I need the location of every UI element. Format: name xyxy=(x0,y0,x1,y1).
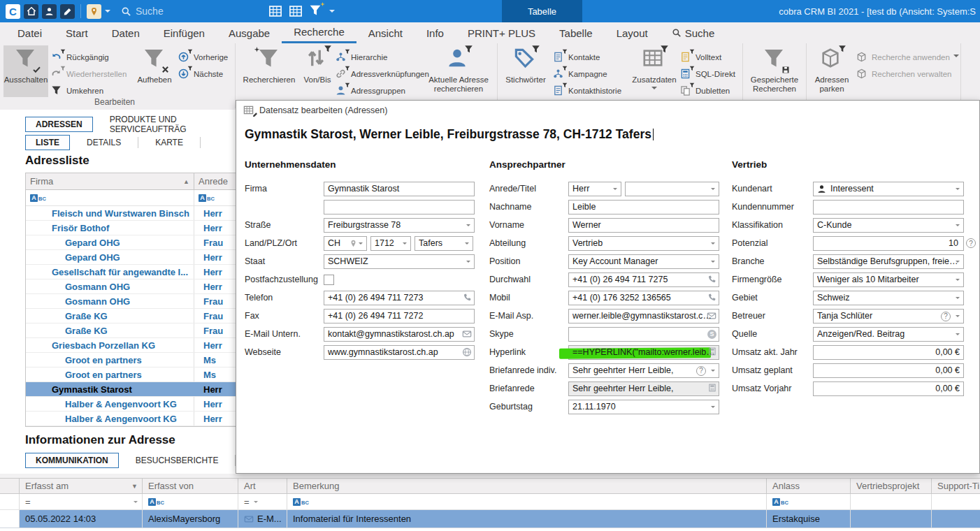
aufheben-button[interactable]: Aufheben xyxy=(134,45,175,85)
email-asp-input[interactable]: werner.leible@gymnastikstarost.ch.ap xyxy=(568,309,719,323)
list-item-selected[interactable]: Gymnastik StarostHerr xyxy=(26,382,236,397)
filter-new-icon[interactable] xyxy=(309,4,323,18)
vonbis-button[interactable]: Von/Bis xyxy=(302,45,333,85)
list-item[interactable]: Graße KGFrau xyxy=(26,323,236,338)
umsatz-geplant-input[interactable]: 0,00 € xyxy=(813,363,964,378)
column-header-art[interactable]: Art xyxy=(238,479,287,493)
adressverknuepfungen-button[interactable]: Adressverknüpfungen xyxy=(336,66,421,82)
land-combo[interactable]: CH xyxy=(324,236,367,251)
stichwoerter-button[interactable]: Stichwörter xyxy=(501,45,550,85)
table-import-icon[interactable] xyxy=(268,4,282,18)
zusatzdaten-button[interactable]: Zusatzdaten xyxy=(631,45,677,92)
kommunikation-row-selected[interactable]: 05.05.2022 14:03 AlexisMayersborg E-M...… xyxy=(0,510,980,528)
skype-input[interactable]: S xyxy=(568,327,719,342)
qat-dropdown-caret[interactable] xyxy=(329,10,335,15)
firma-input[interactable]: Gymnastik Starost xyxy=(324,182,475,196)
email-unternehmen-input[interactable]: kontakt@gymnastikstarost.ch.ap xyxy=(324,327,475,342)
kundenart-combo[interactable]: Interessent xyxy=(813,182,964,196)
list-item[interactable]: Griesbach Porzellan KGHerr xyxy=(26,338,236,353)
dialog-title-bar[interactable]: Datensatz bearbeiten (Adressen) xyxy=(243,105,387,116)
betreuer-combo[interactable]: Tanja Schlüter ? xyxy=(813,309,964,323)
column-header-bemerkung[interactable]: Bemerkung xyxy=(287,479,767,493)
aktuelle-adresse-recherchieren-button[interactable]: Aktuelle Adresse recherchieren xyxy=(424,45,493,94)
tab-daten[interactable]: Daten xyxy=(100,22,152,43)
kundennummer-input[interactable] xyxy=(813,200,964,214)
firma2-input[interactable] xyxy=(324,200,475,214)
filter-anlass[interactable]: ABC xyxy=(767,494,851,509)
column-header-erfasst-am[interactable]: Erfasst am ▼ xyxy=(20,479,143,493)
list-item[interactable]: Gepard OHGHerr xyxy=(26,250,236,265)
gebiet-combo[interactable]: Schweiz xyxy=(813,291,964,305)
vorname-input[interactable]: Werner xyxy=(568,218,719,233)
durchwahl-input[interactable]: +41 (0) 26 494 711 7275 xyxy=(568,272,719,287)
vorherige-button[interactable]: Vorherige xyxy=(178,49,231,66)
tab-print-plus[interactable]: PRINT+ PLUS xyxy=(456,22,547,43)
tab-einfuegen[interactable]: Einfügen xyxy=(152,22,217,43)
sql-direkt-button[interactable]: SQL-Direkt xyxy=(680,66,739,82)
list-item[interactable]: Graße KGFrau xyxy=(26,309,236,323)
list-item[interactable]: Gepard OHGFrau xyxy=(26,235,236,250)
map-location-icon[interactable] xyxy=(87,4,101,19)
column-header-anrede[interactable]: Anrede xyxy=(194,173,236,189)
umsatz-akt-jahr-input[interactable]: 0,00 € xyxy=(813,345,964,360)
list-item[interactable]: Fleisch und Wurstwaren BinschHerr xyxy=(26,206,236,221)
rueckgaengig-button[interactable]: Rückgängig xyxy=(51,49,131,66)
telefon-input[interactable]: +41 (0) 26 494 711 7273 xyxy=(324,291,475,305)
wiederherstellen-button[interactable]: Wiederherstellen xyxy=(51,66,131,82)
klassifikation-combo[interactable]: C-Kunde xyxy=(813,218,964,233)
context-tab-tabelle[interactable]: Tabelle xyxy=(502,0,582,22)
gespeicherte-recherchen-button[interactable]: Gespeicherte Recherchen xyxy=(747,45,802,94)
fax-input[interactable]: +41 (0) 26 494 711 7272 xyxy=(324,309,475,323)
potenzial-input[interactable]: 10 xyxy=(813,236,964,251)
volltext-button[interactable]: Volltext xyxy=(680,49,739,66)
webseite-input[interactable]: www.gymnastikstarost.ch.ap xyxy=(324,345,475,360)
list-item[interactable]: Gosmann OHGFrau xyxy=(26,294,236,309)
staat-combo[interactable]: SCHWEIZ xyxy=(324,254,475,269)
tab-suche[interactable]: Suche xyxy=(660,22,727,43)
global-search[interactable]: Suche xyxy=(121,6,164,17)
hierarchie-button[interactable]: Hierarchie xyxy=(336,49,421,66)
quelle-combo[interactable]: Anzeigen/Red. Beitrag xyxy=(813,327,964,342)
mobil-input[interactable]: +41 (0) 176 3252 136565 xyxy=(568,291,719,305)
filter-firma[interactable]: ABC xyxy=(26,190,194,205)
tab-recherche[interactable]: Recherche xyxy=(282,22,356,43)
tab-start[interactable]: Start xyxy=(54,22,100,43)
briefanrede-indiv-combo[interactable]: Sehr geehrter Herr Leible, ? xyxy=(568,363,719,378)
tab-details[interactable]: DETAILS xyxy=(78,135,129,150)
tab-ausgabe[interactable]: Ausgabe xyxy=(217,22,282,43)
tab-produkte-serviceauftraege[interactable]: PRODUKTE UND SERVICEAUFTRÄG xyxy=(101,117,236,132)
geburtstag-combo[interactable]: 21.11.1970 xyxy=(568,400,719,414)
abteilung-combo[interactable]: Vertrieb xyxy=(568,236,719,251)
list-item[interactable]: Groot en partnersMs xyxy=(26,353,236,368)
list-item[interactable]: Groot en partnersMs xyxy=(26,368,236,382)
help-icon[interactable]: ? xyxy=(966,238,976,248)
cobra-logo-icon[interactable]: C xyxy=(6,4,20,19)
umsatz-vorjahr-input[interactable]: 0,00 € xyxy=(813,381,964,396)
home-icon[interactable] xyxy=(24,4,38,19)
filter-anrede[interactable]: ABC xyxy=(194,190,236,205)
firmengroesse-combo[interactable]: Weniger als 10 Mitarbeiter xyxy=(813,272,964,287)
anrede-combo[interactable]: Herr xyxy=(568,182,621,196)
tab-karte[interactable]: KARTE xyxy=(147,135,192,150)
filter-vertriebsprojekt[interactable] xyxy=(851,494,932,509)
column-header-erfasst-von[interactable]: Erfasst von xyxy=(143,479,238,493)
ausschalten-button[interactable]: Ausschalten xyxy=(3,45,48,97)
nachname-input[interactable]: Leible xyxy=(568,200,719,214)
dubletten-button[interactable]: Dubletten xyxy=(680,82,739,99)
briefanrede-field[interactable]: Sehr geehrter Herr Leible, xyxy=(568,381,719,396)
column-header-firma[interactable]: Firma ▲ xyxy=(26,173,194,189)
adressen-parken-button[interactable]: Adressen parken xyxy=(810,45,853,94)
strasse-combo[interactable]: Freiburgstrasse 78 xyxy=(324,218,475,233)
tab-besuchsberichte[interactable]: BESUCHSBERICHTE xyxy=(127,453,227,468)
filter-support[interactable] xyxy=(932,494,980,509)
naechste-button[interactable]: Nächste xyxy=(178,66,231,82)
postfachzustellung-checkbox[interactable] xyxy=(324,275,334,285)
column-header-support[interactable]: Support-Ti xyxy=(932,479,980,493)
titel-combo[interactable] xyxy=(625,182,719,196)
tab-tabelle[interactable]: Tabelle xyxy=(547,22,605,43)
position-combo[interactable]: Key Account Manager xyxy=(568,254,719,269)
filter-art[interactable]: = xyxy=(238,494,287,509)
tab-datei[interactable]: Datei xyxy=(6,22,54,43)
kontakthistorie-button[interactable]: Kontakthistorie xyxy=(553,82,628,99)
sort-asc-icon[interactable]: ▲ xyxy=(183,178,189,185)
